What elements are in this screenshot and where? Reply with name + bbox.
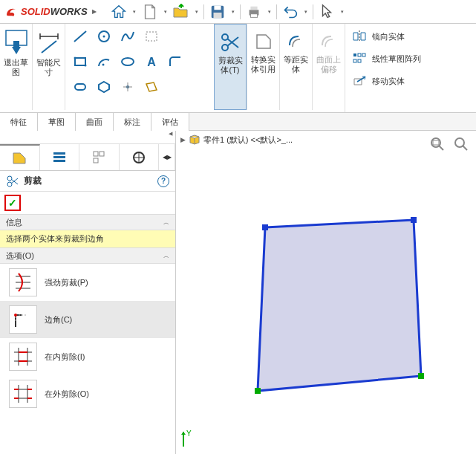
home-button[interactable] [108,2,129,22]
linear-pattern-button[interactable]: 线性草图阵列 [351,51,421,67]
corner-trim-icon [11,308,35,331]
polygon-tool[interactable] [94,77,114,97]
select-button[interactable] [316,2,337,22]
options-section-header[interactable]: 选项(O) ︿ [0,247,175,264]
print-dropdown[interactable]: ▾ [266,2,273,22]
home-dropdown[interactable]: ▾ [131,2,138,22]
open-button[interactable] [171,2,192,22]
breadcrumb: ▶ 零件1 (默认) <<默认>_... [180,134,293,146]
svg-rect-25 [358,59,361,62]
option-trim-outside[interactable]: 在外剪除(O) [0,375,175,412]
option-trim-inside[interactable]: 在内剪除(I) [0,338,175,375]
construction-rect-tool[interactable] [141,27,162,46]
print-icon [246,4,262,20]
ellipse-tool[interactable] [117,52,138,71]
svg-rect-5 [250,13,257,17]
tab-surfaces[interactable]: 曲面 [76,113,114,131]
save-button[interactable] [207,2,228,22]
offset-icon [285,30,307,53]
feature-tree-tab[interactable] [0,144,40,170]
svg-rect-1 [214,5,221,10]
svg-rect-9 [146,32,157,41]
smart-dimension-label: 智能尺 寸 [36,58,61,77]
pm-title: 剪裁 [24,175,42,187]
check-icon: ✓ [8,197,17,209]
svg-text:Y: Y [186,429,192,438]
config-manager-tab[interactable] [79,144,120,170]
svg-rect-29 [94,152,98,156]
dimxpert-tab[interactable] [120,144,160,170]
curve-offset-button[interactable]: 曲面上 偏移 [312,24,345,110]
convert-label: 转换实 体引用 [251,55,276,74]
move-label: 移动实体 [372,76,405,87]
panel-collapse-arrow[interactable]: ◀ [169,131,172,143]
save-dropdown[interactable]: ▾ [229,2,237,22]
spline-tool[interactable] [117,27,138,46]
tab-evaluate[interactable]: 评估 [151,113,189,131]
print-button[interactable] [244,2,264,22]
mirror-entities-button[interactable]: 镜向实体 [351,28,421,45]
more-tabs[interactable]: ◀▶ [159,144,175,170]
view-triad: Y [179,429,201,451]
rectangle-tool[interactable] [70,52,91,71]
feature-tree-icon [11,150,27,166]
option-label: 边角(C) [45,314,72,325]
curve-offset-icon [318,30,340,53]
sketch-tools-grid: A [65,24,214,112]
plane-tool[interactable] [141,77,162,97]
app-menu-dropdown[interactable]: ▶ [92,8,97,15]
svg-rect-16 [75,84,85,90]
point-tool[interactable] [117,77,138,97]
trim-entities-button[interactable]: 剪裁实 体(T) [214,24,247,110]
undo-button[interactable] [280,2,301,22]
tab-features[interactable]: 特征 [0,113,38,131]
sketch-geometry [176,146,473,454]
offset-entities-button[interactable]: 等距实 体 [279,24,312,110]
convert-entities-button[interactable]: 转换实 体引用 [247,24,279,110]
circle-tool[interactable] [94,27,114,46]
arc-tool[interactable] [94,52,114,71]
accept-button[interactable]: ✓ [4,195,21,211]
exit-sketch-button[interactable]: 退出草 图 [0,24,33,110]
option-power-trim[interactable]: 强劲剪裁(P) [0,264,175,301]
undo-dropdown[interactable]: ▾ [302,2,310,22]
property-manager-tab[interactable] [40,144,80,170]
open-folder-icon [172,4,190,20]
move-entities-button[interactable]: 移动实体 [351,73,421,89]
breadcrumb-part-name[interactable]: 零件1 (默认) <<默认>_... [203,134,293,146]
app-logo: SOLIDWORKS ▶ [4,5,97,19]
breadcrumb-arrow[interactable]: ▶ [180,136,186,143]
offset-label: 等距实 体 [284,55,308,74]
text-tool[interactable]: A [141,52,162,71]
save-icon [209,4,226,20]
fillet-tool[interactable] [165,52,186,71]
power-trim-icon [11,270,35,294]
select-dropdown[interactable]: ▾ [339,2,346,22]
new-file-icon [143,4,157,20]
undo-icon [283,4,298,19]
svg-rect-22 [358,53,361,56]
slot-tool[interactable] [70,77,91,97]
smart-dimension-button[interactable]: 智能尺 寸 [33,24,65,110]
graphics-area[interactable]: ▶ 零件1 (默认) <<默认>_... Y [176,131,476,454]
option-label: 在内剪除(I) [45,351,85,363]
open-dropdown[interactable]: ▾ [193,2,200,22]
new-button[interactable] [140,2,160,22]
svg-rect-21 [353,53,356,56]
svg-rect-27 [53,156,65,158]
svg-rect-28 [53,160,65,162]
help-button[interactable]: ? [157,175,169,187]
solidworks-logo-icon [4,5,18,19]
svg-marker-39 [258,220,421,391]
info-section-header[interactable]: 信息 ︿ [0,214,175,230]
option-corner[interactable]: 边角(C) [0,301,175,338]
tab-sketch[interactable]: 草图 [38,113,76,131]
line-tool[interactable] [70,27,91,46]
property-manager-panel: ◀ ◀▶ 剪裁 ? ✓ 信息 ︿ 选择两个实体来剪裁到边角 选项(O) ︿ [0,131,176,454]
tab-annotations[interactable]: 标注 [114,113,151,131]
dimxpert-icon [131,149,147,166]
cursor-icon [319,4,334,20]
new-dropdown[interactable]: ▾ [162,2,169,22]
info-message: 选择两个实体来剪裁到边角 [0,230,175,247]
svg-rect-24 [353,59,356,62]
